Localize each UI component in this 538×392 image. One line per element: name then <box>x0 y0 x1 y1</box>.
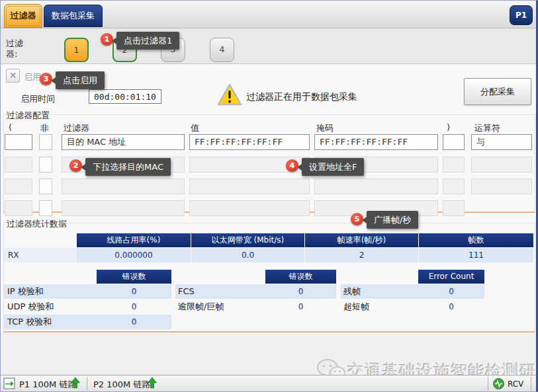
filter-window: 过滤器 数据包采集 P1 过滤 器: 1 2 3 4 1 点击过滤器1 ✕ 启用… <box>0 0 538 392</box>
cfg-header-filter: 过滤器 <box>64 122 89 134</box>
error-value-oversize-jumbo: 0 <box>265 299 336 314</box>
rate-value-framerate: 2 <box>305 248 418 262</box>
rcv-status-icon <box>493 378 504 389</box>
status-port1-link: P1 100M 链路 <box>19 379 76 391</box>
annotation-badge-5: 5 <box>351 213 363 225</box>
error-label-runt-frame: 残帧 <box>343 284 361 299</box>
cfg-row3-operator-select[interactable] <box>471 178 532 194</box>
capture-status-icon <box>3 377 15 389</box>
cfg-row1-filter-select[interactable]: 目的 MAC 地址 <box>62 134 185 150</box>
cfg-header-not: 非 <box>40 122 49 134</box>
cfg-row3-mask-input[interactable] <box>314 178 438 194</box>
error-label-ip-checksum: IP 校验和 <box>7 284 44 299</box>
cfg-row2-paren-close[interactable] <box>443 157 465 173</box>
annotation-tooltip-3: 点击启用 <box>56 71 105 89</box>
cfg-row3-not-checkbox[interactable] <box>39 178 52 194</box>
cfg-row4-paren-close[interactable] <box>443 200 465 216</box>
annotation-tooltip-1: 点击过滤器1 <box>116 32 179 50</box>
cfg-row1-value-input[interactable]: FF:FF:FF:FF:FF:FF <box>189 134 310 150</box>
cfg-row4-not-checkbox[interactable] <box>39 200 52 216</box>
cfg-row1-not-checkbox[interactable] <box>39 134 52 150</box>
annotation-tooltip-2: 下拉选择目的MAC <box>85 158 171 176</box>
rate-value-utilization: 0.000000 <box>77 248 191 262</box>
tab-filter[interactable]: 过滤器 <box>4 4 42 28</box>
rate-header-framerate: 帧速率(帧/秒) <box>305 233 418 247</box>
filter-selector-label: 过滤 器: <box>6 38 23 59</box>
cfg-row3-value-input[interactable] <box>189 178 310 194</box>
cfg-header-mask: 掩码 <box>316 122 334 134</box>
error-value-fcs: 0 <box>265 284 336 299</box>
rate-header-bandwidth: 以太网带宽 (Mbit/s) <box>191 233 304 247</box>
annotation-tooltip-4: 设置地址全F <box>302 158 364 176</box>
status-divider-1 <box>87 377 87 391</box>
filter-button-4[interactable]: 4 <box>210 38 234 62</box>
cfg-row1-paren-close[interactable] <box>443 134 465 150</box>
rate-value-bandwidth: 0.0 <box>191 248 304 262</box>
cfg-row4-value-input[interactable] <box>189 200 310 216</box>
cfg-row4-filter-select[interactable] <box>62 200 185 216</box>
x-icon: ✕ <box>9 70 17 81</box>
error-header-group3: Error Count <box>418 270 484 284</box>
rate-header-utilization: 线路占用率(%) <box>77 233 191 247</box>
enable-checkbox[interactable]: ✕ <box>6 69 20 83</box>
rcv-status-label: RCV <box>508 379 523 389</box>
annotation-badge-2: 2 <box>69 159 82 172</box>
annotation-badge-1: 1 <box>101 33 113 46</box>
filter-config-title: 过滤器配置 <box>5 110 52 122</box>
error-value-ip-checksum: 0 <box>97 284 171 299</box>
cfg-header-close: ) <box>447 122 450 132</box>
link-up-arrow-icon-p1 <box>71 377 80 389</box>
rate-row-label-rx: RX <box>4 248 77 262</box>
enable-label: 启用 <box>24 71 41 83</box>
cfg-header-open: ( <box>9 122 12 132</box>
error-label-fcs: FCS <box>178 284 195 299</box>
annotation-badge-4: 4 <box>286 159 298 172</box>
cfg-row1-operator-select[interactable]: 与 <box>471 134 532 150</box>
cfg-row1-paren-open[interactable] <box>5 134 32 150</box>
cfg-row3-paren-open[interactable] <box>5 178 32 194</box>
error-label-oversize-jumbo: 逾限帧/巨帧 <box>178 299 224 314</box>
status-port2-link: P2 100M 链路 <box>93 379 150 391</box>
status-divider-2 <box>488 377 488 391</box>
cfg-row1-mask-input[interactable]: FF:FF:FF:FF:FF:FF <box>314 134 438 150</box>
cfg-row3-paren-close[interactable] <box>443 178 465 194</box>
error-header-group2: 错误数 <box>265 270 336 284</box>
error-value-undersize-frame: 0 <box>418 299 484 314</box>
warning-text: 过滤器正在用于数据包采集 <box>246 91 357 103</box>
tab-packet-capture[interactable]: 数据包采集 <box>44 5 103 27</box>
cfg-row4-paren-open[interactable] <box>5 200 32 216</box>
error-value-tcp-checksum: 0 <box>97 315 171 329</box>
error-header-group1: 错误数 <box>97 270 171 284</box>
annotation-badge-3: 3 <box>40 73 52 85</box>
rate-header-framecount: 帧数 <box>419 233 533 247</box>
cfg-row3-filter-select[interactable] <box>62 178 185 194</box>
status-bar <box>1 375 538 392</box>
port-p1-button[interactable]: P1 <box>510 5 533 25</box>
cfg-header-value: 值 <box>191 122 199 134</box>
enable-time-label: 启用时间 <box>21 93 55 105</box>
rate-value-framecount: 111 <box>419 248 533 262</box>
cfg-header-operator: 运算符 <box>474 122 500 134</box>
error-label-tcp-checksum: TCP 校验和 <box>7 315 52 329</box>
error-label-udp-checksum: UDP 校验和 <box>7 299 54 314</box>
enable-time-input[interactable] <box>89 89 161 104</box>
cfg-row2-operator-select[interactable] <box>471 157 532 173</box>
annotation-tooltip-5: 广播帧/秒 <box>367 211 418 229</box>
link-up-arrow-icon-p2 <box>148 377 157 389</box>
cfg-row2-not-checkbox[interactable] <box>39 157 52 173</box>
filter-stats-title: 过滤器统计数据 <box>5 218 69 230</box>
error-value-runt-frame: 0 <box>418 284 484 299</box>
error-value-udp-checksum: 0 <box>97 299 171 314</box>
status-divider-3 <box>531 377 531 391</box>
error-label-undersize-frame: 超短帧 <box>343 299 369 314</box>
warning-icon <box>217 83 242 106</box>
cfg-row2-paren-open[interactable] <box>5 157 32 173</box>
assign-capture-button[interactable]: 分配采集 <box>464 78 531 105</box>
filter-button-1[interactable]: 1 <box>64 38 89 62</box>
